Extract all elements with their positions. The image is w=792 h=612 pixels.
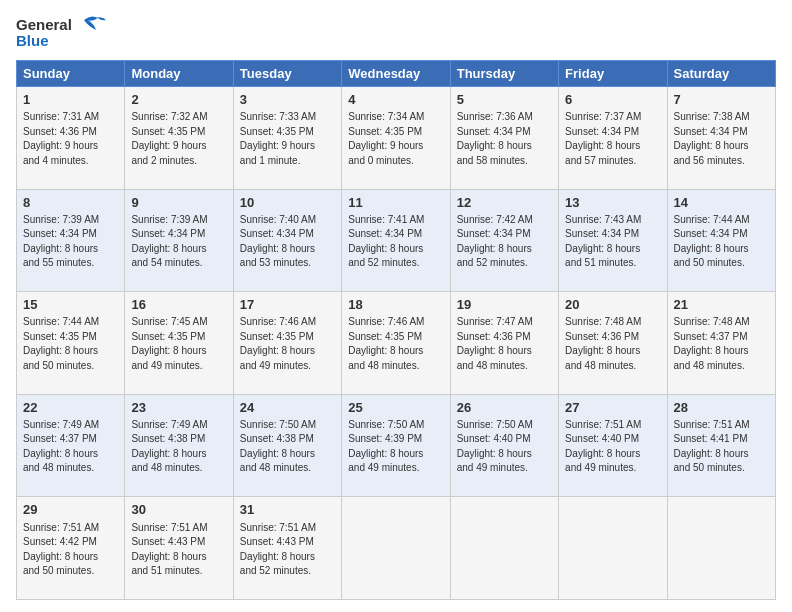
day-number: 3 — [240, 91, 335, 109]
table-cell: 11Sunrise: 7:41 AMSunset: 4:34 PMDayligh… — [342, 189, 450, 292]
cell-content: Sunrise: 7:50 AMSunset: 4:39 PMDaylight:… — [348, 418, 443, 476]
day-number: 27 — [565, 399, 660, 417]
cell-content: Sunrise: 7:42 AMSunset: 4:34 PMDaylight:… — [457, 213, 552, 271]
day-number: 8 — [23, 194, 118, 212]
col-friday: Friday — [559, 61, 667, 87]
day-number: 5 — [457, 91, 552, 109]
table-cell — [342, 497, 450, 600]
table-cell: 5Sunrise: 7:36 AMSunset: 4:34 PMDaylight… — [450, 87, 558, 190]
cell-content: Sunrise: 7:50 AMSunset: 4:38 PMDaylight:… — [240, 418, 335, 476]
day-number: 17 — [240, 296, 335, 314]
day-number: 16 — [131, 296, 226, 314]
calendar-table: Sunday Monday Tuesday Wednesday Thursday… — [16, 60, 776, 600]
day-number: 15 — [23, 296, 118, 314]
day-number: 12 — [457, 194, 552, 212]
cell-content: Sunrise: 7:31 AMSunset: 4:36 PMDaylight:… — [23, 110, 118, 168]
day-number: 31 — [240, 501, 335, 519]
week-row: 1Sunrise: 7:31 AMSunset: 4:36 PMDaylight… — [17, 87, 776, 190]
table-cell — [450, 497, 558, 600]
cell-content: Sunrise: 7:51 AMSunset: 4:43 PMDaylight:… — [131, 521, 226, 579]
week-row: 8Sunrise: 7:39 AMSunset: 4:34 PMDaylight… — [17, 189, 776, 292]
week-row: 29Sunrise: 7:51 AMSunset: 4:42 PMDayligh… — [17, 497, 776, 600]
page: General Blue Sunday Monday Tuesday Wedne… — [0, 0, 792, 612]
cell-content: Sunrise: 7:43 AMSunset: 4:34 PMDaylight:… — [565, 213, 660, 271]
table-cell: 7Sunrise: 7:38 AMSunset: 4:34 PMDaylight… — [667, 87, 775, 190]
cell-content: Sunrise: 7:33 AMSunset: 4:35 PMDaylight:… — [240, 110, 335, 168]
logo-svg: General Blue — [16, 12, 106, 52]
table-cell: 17Sunrise: 7:46 AMSunset: 4:35 PMDayligh… — [233, 292, 341, 395]
col-tuesday: Tuesday — [233, 61, 341, 87]
cell-content: Sunrise: 7:51 AMSunset: 4:42 PMDaylight:… — [23, 521, 118, 579]
table-cell: 1Sunrise: 7:31 AMSunset: 4:36 PMDaylight… — [17, 87, 125, 190]
table-cell — [559, 497, 667, 600]
day-number: 9 — [131, 194, 226, 212]
cell-content: Sunrise: 7:32 AMSunset: 4:35 PMDaylight:… — [131, 110, 226, 168]
day-number: 22 — [23, 399, 118, 417]
cell-content: Sunrise: 7:48 AMSunset: 4:37 PMDaylight:… — [674, 315, 769, 373]
table-cell: 8Sunrise: 7:39 AMSunset: 4:34 PMDaylight… — [17, 189, 125, 292]
table-cell: 20Sunrise: 7:48 AMSunset: 4:36 PMDayligh… — [559, 292, 667, 395]
svg-text:Blue: Blue — [16, 32, 49, 49]
day-number: 14 — [674, 194, 769, 212]
table-cell: 6Sunrise: 7:37 AMSunset: 4:34 PMDaylight… — [559, 87, 667, 190]
logo: General Blue — [16, 12, 106, 52]
day-number: 24 — [240, 399, 335, 417]
cell-content: Sunrise: 7:51 AMSunset: 4:43 PMDaylight:… — [240, 521, 335, 579]
table-cell: 15Sunrise: 7:44 AMSunset: 4:35 PMDayligh… — [17, 292, 125, 395]
day-number: 10 — [240, 194, 335, 212]
day-number: 13 — [565, 194, 660, 212]
cell-content: Sunrise: 7:39 AMSunset: 4:34 PMDaylight:… — [131, 213, 226, 271]
cell-content: Sunrise: 7:37 AMSunset: 4:34 PMDaylight:… — [565, 110, 660, 168]
table-cell — [667, 497, 775, 600]
table-cell: 29Sunrise: 7:51 AMSunset: 4:42 PMDayligh… — [17, 497, 125, 600]
col-thursday: Thursday — [450, 61, 558, 87]
cell-content: Sunrise: 7:50 AMSunset: 4:40 PMDaylight:… — [457, 418, 552, 476]
table-cell: 9Sunrise: 7:39 AMSunset: 4:34 PMDaylight… — [125, 189, 233, 292]
cell-content: Sunrise: 7:51 AMSunset: 4:41 PMDaylight:… — [674, 418, 769, 476]
table-cell: 25Sunrise: 7:50 AMSunset: 4:39 PMDayligh… — [342, 394, 450, 497]
day-number: 19 — [457, 296, 552, 314]
table-cell: 2Sunrise: 7:32 AMSunset: 4:35 PMDaylight… — [125, 87, 233, 190]
day-number: 26 — [457, 399, 552, 417]
day-number: 29 — [23, 501, 118, 519]
table-cell: 27Sunrise: 7:51 AMSunset: 4:40 PMDayligh… — [559, 394, 667, 497]
cell-content: Sunrise: 7:38 AMSunset: 4:34 PMDaylight:… — [674, 110, 769, 168]
cell-content: Sunrise: 7:34 AMSunset: 4:35 PMDaylight:… — [348, 110, 443, 168]
day-number: 6 — [565, 91, 660, 109]
table-cell: 14Sunrise: 7:44 AMSunset: 4:34 PMDayligh… — [667, 189, 775, 292]
table-cell: 13Sunrise: 7:43 AMSunset: 4:34 PMDayligh… — [559, 189, 667, 292]
day-number: 7 — [674, 91, 769, 109]
week-row: 22Sunrise: 7:49 AMSunset: 4:37 PMDayligh… — [17, 394, 776, 497]
col-saturday: Saturday — [667, 61, 775, 87]
table-cell: 18Sunrise: 7:46 AMSunset: 4:35 PMDayligh… — [342, 292, 450, 395]
day-number: 20 — [565, 296, 660, 314]
day-number: 18 — [348, 296, 443, 314]
cell-content: Sunrise: 7:47 AMSunset: 4:36 PMDaylight:… — [457, 315, 552, 373]
day-number: 1 — [23, 91, 118, 109]
day-number: 28 — [674, 399, 769, 417]
day-number: 30 — [131, 501, 226, 519]
table-cell: 16Sunrise: 7:45 AMSunset: 4:35 PMDayligh… — [125, 292, 233, 395]
table-cell: 28Sunrise: 7:51 AMSunset: 4:41 PMDayligh… — [667, 394, 775, 497]
cell-content: Sunrise: 7:51 AMSunset: 4:40 PMDaylight:… — [565, 418, 660, 476]
table-cell: 31Sunrise: 7:51 AMSunset: 4:43 PMDayligh… — [233, 497, 341, 600]
table-cell: 19Sunrise: 7:47 AMSunset: 4:36 PMDayligh… — [450, 292, 558, 395]
table-cell: 12Sunrise: 7:42 AMSunset: 4:34 PMDayligh… — [450, 189, 558, 292]
header-row: Sunday Monday Tuesday Wednesday Thursday… — [17, 61, 776, 87]
table-cell: 10Sunrise: 7:40 AMSunset: 4:34 PMDayligh… — [233, 189, 341, 292]
col-wednesday: Wednesday — [342, 61, 450, 87]
cell-content: Sunrise: 7:39 AMSunset: 4:34 PMDaylight:… — [23, 213, 118, 271]
table-cell: 24Sunrise: 7:50 AMSunset: 4:38 PMDayligh… — [233, 394, 341, 497]
table-cell: 26Sunrise: 7:50 AMSunset: 4:40 PMDayligh… — [450, 394, 558, 497]
cell-content: Sunrise: 7:49 AMSunset: 4:37 PMDaylight:… — [23, 418, 118, 476]
day-number: 11 — [348, 194, 443, 212]
cell-content: Sunrise: 7:46 AMSunset: 4:35 PMDaylight:… — [240, 315, 335, 373]
cell-content: Sunrise: 7:48 AMSunset: 4:36 PMDaylight:… — [565, 315, 660, 373]
cell-content: Sunrise: 7:40 AMSunset: 4:34 PMDaylight:… — [240, 213, 335, 271]
header: General Blue — [16, 12, 776, 52]
day-number: 2 — [131, 91, 226, 109]
cell-content: Sunrise: 7:44 AMSunset: 4:35 PMDaylight:… — [23, 315, 118, 373]
table-cell: 22Sunrise: 7:49 AMSunset: 4:37 PMDayligh… — [17, 394, 125, 497]
day-number: 23 — [131, 399, 226, 417]
day-number: 25 — [348, 399, 443, 417]
